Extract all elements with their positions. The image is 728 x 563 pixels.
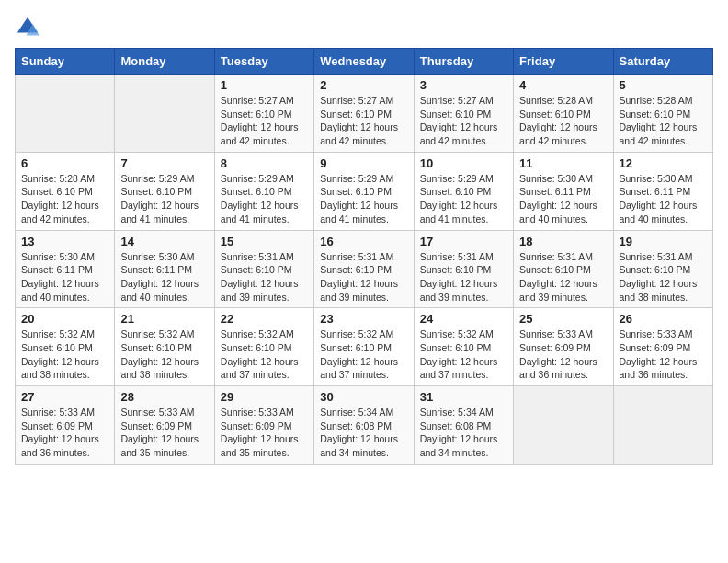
calendar-cell: 13Sunrise: 5:30 AM Sunset: 6:11 PM Dayli… [16, 230, 115, 308]
day-number: 29 [221, 390, 308, 404]
day-info: Sunrise: 5:31 AM Sunset: 6:10 PM Dayligh… [620, 250, 707, 304]
day-info: Sunrise: 5:33 AM Sunset: 6:09 PM Dayligh… [221, 406, 308, 460]
calendar-cell: 17Sunrise: 5:31 AM Sunset: 6:10 PM Dayli… [414, 230, 513, 308]
calendar-cell: 25Sunrise: 5:33 AM Sunset: 6:09 PM Dayli… [514, 308, 613, 386]
day-info: Sunrise: 5:33 AM Sunset: 6:09 PM Dayligh… [620, 327, 707, 382]
calendar-cell: 10Sunrise: 5:29 AM Sunset: 6:10 PM Dayli… [414, 152, 513, 230]
day-info: Sunrise: 5:34 AM Sunset: 6:08 PM Dayligh… [320, 406, 407, 460]
calendar-cell [16, 75, 115, 153]
calendar-week-row: 20Sunrise: 5:32 AM Sunset: 6:10 PM Dayli… [16, 308, 713, 386]
day-info: Sunrise: 5:32 AM Sunset: 6:10 PM Dayligh… [221, 327, 308, 382]
day-number: 3 [420, 78, 507, 92]
day-number: 28 [120, 390, 208, 404]
calendar-week-row: 27Sunrise: 5:33 AM Sunset: 6:09 PM Dayli… [16, 386, 713, 465]
day-number: 25 [519, 312, 607, 326]
day-number: 2 [320, 78, 407, 92]
calendar-cell: 20Sunrise: 5:32 AM Sunset: 6:10 PM Dayli… [16, 308, 115, 386]
day-info: Sunrise: 5:29 AM Sunset: 6:10 PM Dayligh… [320, 172, 407, 226]
day-number: 23 [320, 312, 407, 326]
calendar-cell: 11Sunrise: 5:30 AM Sunset: 6:11 PM Dayli… [514, 152, 613, 230]
calendar-cell: 24Sunrise: 5:32 AM Sunset: 6:10 PM Dayli… [414, 308, 513, 386]
day-number: 26 [620, 312, 707, 326]
day-info: Sunrise: 5:33 AM Sunset: 6:09 PM Dayligh… [120, 406, 208, 460]
day-info: Sunrise: 5:32 AM Sunset: 6:10 PM Dayligh… [420, 327, 507, 382]
day-info: Sunrise: 5:31 AM Sunset: 6:10 PM Dayligh… [519, 250, 607, 304]
day-info: Sunrise: 5:28 AM Sunset: 6:10 PM Dayligh… [519, 94, 607, 148]
calendar-cell: 16Sunrise: 5:31 AM Sunset: 6:10 PM Dayli… [314, 230, 414, 308]
weekday-header: Monday [115, 49, 214, 75]
day-info: Sunrise: 5:33 AM Sunset: 6:09 PM Dayligh… [519, 327, 607, 382]
calendar-cell: 9Sunrise: 5:29 AM Sunset: 6:10 PM Daylig… [314, 152, 414, 230]
day-info: Sunrise: 5:28 AM Sunset: 6:10 PM Dayligh… [620, 94, 707, 148]
day-info: Sunrise: 5:32 AM Sunset: 6:10 PM Dayligh… [120, 327, 208, 382]
calendar-cell: 31Sunrise: 5:34 AM Sunset: 6:08 PM Dayli… [414, 386, 513, 465]
day-info: Sunrise: 5:31 AM Sunset: 6:10 PM Dayligh… [420, 250, 507, 304]
calendar-cell: 3Sunrise: 5:27 AM Sunset: 6:10 PM Daylig… [414, 75, 513, 153]
calendar-cell: 30Sunrise: 5:34 AM Sunset: 6:08 PM Dayli… [314, 386, 414, 465]
weekday-header: Friday [514, 49, 613, 75]
calendar-cell: 6Sunrise: 5:28 AM Sunset: 6:10 PM Daylig… [16, 152, 115, 230]
day-info: Sunrise: 5:34 AM Sunset: 6:08 PM Dayligh… [420, 406, 507, 460]
calendar-cell [514, 386, 613, 465]
day-number: 11 [519, 156, 607, 170]
day-number: 18 [519, 235, 607, 248]
day-info: Sunrise: 5:32 AM Sunset: 6:10 PM Dayligh… [21, 327, 108, 382]
day-info: Sunrise: 5:33 AM Sunset: 6:09 PM Dayligh… [21, 406, 108, 460]
day-number: 15 [221, 235, 308, 248]
day-info: Sunrise: 5:28 AM Sunset: 6:10 PM Dayligh… [21, 172, 108, 226]
calendar-cell: 2Sunrise: 5:27 AM Sunset: 6:10 PM Daylig… [314, 75, 414, 153]
calendar-cell: 1Sunrise: 5:27 AM Sunset: 6:10 PM Daylig… [214, 75, 313, 153]
day-number: 13 [21, 235, 108, 248]
day-info: Sunrise: 5:27 AM Sunset: 6:10 PM Dayligh… [420, 94, 507, 148]
logo [15, 15, 44, 40]
day-number: 9 [320, 156, 407, 170]
day-info: Sunrise: 5:30 AM Sunset: 6:11 PM Dayligh… [21, 250, 108, 304]
day-info: Sunrise: 5:32 AM Sunset: 6:10 PM Dayligh… [320, 327, 407, 382]
calendar-cell: 19Sunrise: 5:31 AM Sunset: 6:10 PM Dayli… [613, 230, 712, 308]
calendar-cell: 15Sunrise: 5:31 AM Sunset: 6:10 PM Dayli… [214, 230, 313, 308]
weekday-header: Sunday [16, 49, 115, 75]
day-info: Sunrise: 5:29 AM Sunset: 6:10 PM Dayligh… [120, 172, 208, 226]
day-number: 24 [420, 312, 507, 326]
day-number: 22 [221, 312, 308, 326]
day-number: 6 [21, 156, 108, 170]
calendar-cell: 7Sunrise: 5:29 AM Sunset: 6:10 PM Daylig… [115, 152, 214, 230]
day-info: Sunrise: 5:31 AM Sunset: 6:10 PM Dayligh… [221, 250, 308, 304]
calendar-cell: 14Sunrise: 5:30 AM Sunset: 6:11 PM Dayli… [115, 230, 214, 308]
day-number: 27 [21, 390, 108, 404]
calendar-week-row: 13Sunrise: 5:30 AM Sunset: 6:11 PM Dayli… [16, 230, 713, 308]
weekday-header: Saturday [613, 49, 712, 75]
calendar-table: SundayMondayTuesdayWednesdayThursdayFrid… [15, 48, 713, 465]
calendar-cell: 21Sunrise: 5:32 AM Sunset: 6:10 PM Dayli… [115, 308, 214, 386]
calendar-week-row: 1Sunrise: 5:27 AM Sunset: 6:10 PM Daylig… [16, 75, 713, 153]
logo-icon [15, 15, 40, 40]
day-number: 30 [320, 390, 407, 404]
weekday-header: Thursday [414, 49, 513, 75]
day-number: 16 [320, 235, 407, 248]
day-number: 14 [120, 235, 208, 248]
day-number: 8 [221, 156, 308, 170]
day-number: 1 [221, 78, 308, 92]
day-number: 21 [120, 312, 208, 326]
calendar-cell: 5Sunrise: 5:28 AM Sunset: 6:10 PM Daylig… [613, 75, 712, 153]
calendar-cell: 8Sunrise: 5:29 AM Sunset: 6:10 PM Daylig… [214, 152, 313, 230]
day-number: 4 [519, 78, 607, 92]
day-info: Sunrise: 5:30 AM Sunset: 6:11 PM Dayligh… [620, 172, 707, 226]
page-header [15, 15, 713, 40]
day-number: 10 [420, 156, 507, 170]
weekday-header: Tuesday [214, 49, 313, 75]
day-info: Sunrise: 5:29 AM Sunset: 6:10 PM Dayligh… [420, 172, 507, 226]
day-number: 7 [120, 156, 208, 170]
calendar-cell: 27Sunrise: 5:33 AM Sunset: 6:09 PM Dayli… [16, 386, 115, 465]
day-number: 12 [620, 156, 707, 170]
day-info: Sunrise: 5:29 AM Sunset: 6:10 PM Dayligh… [221, 172, 308, 226]
calendar-cell: 23Sunrise: 5:32 AM Sunset: 6:10 PM Dayli… [314, 308, 414, 386]
day-number: 5 [620, 78, 707, 92]
calendar-cell: 12Sunrise: 5:30 AM Sunset: 6:11 PM Dayli… [613, 152, 712, 230]
day-number: 20 [21, 312, 108, 326]
calendar-cell [115, 75, 214, 153]
day-info: Sunrise: 5:27 AM Sunset: 6:10 PM Dayligh… [221, 94, 308, 148]
day-number: 17 [420, 235, 507, 248]
calendar-week-row: 6Sunrise: 5:28 AM Sunset: 6:10 PM Daylig… [16, 152, 713, 230]
calendar-cell: 29Sunrise: 5:33 AM Sunset: 6:09 PM Dayli… [214, 386, 313, 465]
